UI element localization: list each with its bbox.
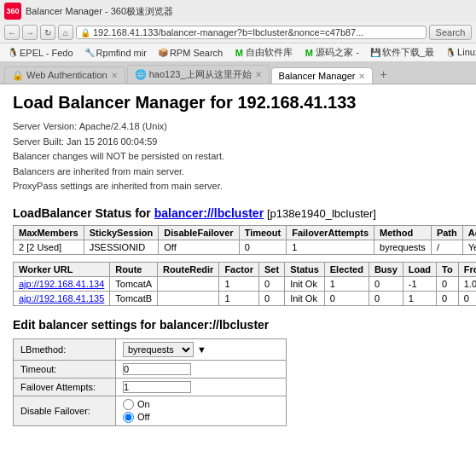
- worker-busy-1: 0: [369, 276, 403, 291]
- worker-row-1: ajp://192.168.41.134 TomcatA 1 0 Init Ok…: [14, 276, 477, 291]
- th-routeredir: RouteRedir: [158, 262, 219, 276]
- bookmark-rpmfind[interactable]: 🔧 Rpmfind mir: [81, 47, 150, 59]
- bookmark-freesoftware[interactable]: M 自由软件库: [230, 45, 296, 60]
- form-value-timeout: [116, 360, 287, 378]
- radio-off[interactable]: [123, 412, 134, 423]
- cell-stickysession: JSESSIONID: [84, 240, 159, 254]
- radio-on-item: On: [123, 399, 279, 410]
- failover-attempts-input[interactable]: [123, 381, 191, 393]
- tab-label: Balancer Manager: [279, 71, 356, 81]
- cell-timeout: 0: [239, 240, 287, 254]
- lbcluster-link[interactable]: balancer://lbcluster: [154, 206, 264, 220]
- bookmark-ruanjian[interactable]: 💾 软件下载_最: [367, 45, 438, 60]
- new-tab-button[interactable]: +: [374, 65, 392, 84]
- tab-webauth[interactable]: 🔒 Web Authentication ✕: [4, 66, 125, 84]
- tab-balancer[interactable]: Balancer Manager ✕: [271, 67, 374, 84]
- server-built: Server Built: Jan 15 2016 00:04:59: [13, 135, 463, 150]
- server-version: Server Version: Apache/2.4.18 (Unix): [13, 119, 463, 135]
- radio-on[interactable]: [123, 399, 134, 410]
- address-text: 192.168.41.133/balancer-manager?b=lbclus…: [93, 27, 363, 38]
- th-maxmembers: MaxMembers: [14, 225, 84, 240]
- form-row-failover-attempts: Failover Attempts:: [14, 378, 287, 396]
- dropdown-arrow: ▼: [197, 344, 206, 355]
- radio-on-label: On: [137, 399, 150, 409]
- tab-hao123[interactable]: 🌐 hao123_上网从这里开始 ✕: [127, 65, 270, 84]
- tab-close-hao123[interactable]: ✕: [255, 70, 262, 79]
- bookmarks-bar: 🐧 EPEL - Fedo 🔧 Rpmfind mir 📦 RPM Search…: [0, 43, 476, 62]
- worker-from-1: 1.0K: [458, 276, 476, 291]
- worker-to-1: 0: [437, 276, 459, 291]
- lbmethod-select[interactable]: byrequests bytraffic bybusyness: [123, 342, 194, 357]
- worker-from-2: 0: [458, 291, 476, 305]
- refresh-button[interactable]: ↻: [40, 25, 55, 40]
- bracket-text: [p138e1940_lbcluster]: [267, 207, 376, 220]
- status-section: LoadBalancer Status for balancer://lbclu…: [13, 206, 463, 306]
- nav-bar: ← → ↻ ⌂ 🔒 192.168.41.133/balancer-manage…: [0, 22, 476, 43]
- worker-link-1[interactable]: ajp://192.168.41.134: [19, 279, 104, 289]
- tab-close-balancer[interactable]: ✕: [358, 72, 365, 81]
- cell-disablefailover: Off: [159, 240, 239, 254]
- timeout-input[interactable]: [123, 363, 191, 375]
- th-stickysession: StickySession: [84, 225, 159, 240]
- worker-url-1[interactable]: ajp://192.168.41.134: [14, 276, 110, 291]
- page-title: Load Balancer Manager for 192.168.41.133: [13, 93, 463, 113]
- address-bar[interactable]: 🔒 192.168.41.133/balancer-manager?b=lbcl…: [76, 26, 427, 39]
- worker-set-2: 0: [259, 291, 285, 305]
- form-row-disable-failover: Disable Failover: On Off: [14, 396, 287, 425]
- yuanma-icon: M: [304, 48, 314, 58]
- th-workerurl: Worker URL: [14, 262, 110, 276]
- edit-title: Edit balancer settings for balancer://lb…: [13, 318, 463, 332]
- form-label-failover-attempts: Failover Attempts:: [14, 378, 116, 396]
- lbmethod-select-group: byrequests bytraffic bybusyness ▼: [123, 342, 206, 357]
- ruanjian-icon: 💾: [370, 48, 380, 58]
- bookmark-rpmsearch[interactable]: 📦 RPM Search: [154, 47, 226, 59]
- th-disablefailover: DisableFailover: [159, 225, 239, 240]
- form-value-lbmethod: byrequests bytraffic bybusyness ▼: [116, 338, 287, 360]
- linux-icon: 🐧: [445, 48, 456, 58]
- forward-button[interactable]: →: [22, 25, 38, 40]
- browser-logo: 360: [4, 3, 21, 20]
- bookmark-label: RPM Search: [170, 48, 223, 58]
- form-label-lbmethod: LBmethod:: [14, 338, 116, 360]
- bookmark-linux[interactable]: 🐧 Linux运维星: [442, 45, 476, 60]
- disable-failover-radio-group: On Off: [123, 399, 279, 423]
- worker-row-2: ajp://192.168.41.135 TomcatB 1 0 Init Ok…: [14, 291, 477, 305]
- status-table: MaxMembers StickySession DisableFailover…: [13, 225, 476, 255]
- title-bar: 360 Balancer Manager - 360极速浏览器: [0, 0, 476, 22]
- tab-label: 🌐 hao123_上网从这里开始: [135, 68, 252, 81]
- free-icon: M: [234, 48, 244, 58]
- worker-set-1: 0: [259, 276, 285, 291]
- form-value-failover-attempts: [116, 378, 287, 396]
- bookmark-yuanmazhi[interactable]: M 源码之家 -: [300, 45, 363, 60]
- search-button[interactable]: Search: [429, 25, 472, 40]
- worker-factor-2: 1: [219, 291, 259, 305]
- cell-method: byrequests: [374, 240, 432, 254]
- back-button[interactable]: ←: [4, 25, 20, 40]
- bookmark-label: EPEL - Fedo: [20, 48, 73, 58]
- th-status: Status: [285, 262, 325, 276]
- epel-icon: 🐧: [8, 48, 18, 58]
- worker-link-2[interactable]: ajp://192.168.41.135: [19, 293, 104, 303]
- worker-routeredir-2: [158, 291, 219, 305]
- th-route: Route: [110, 262, 158, 276]
- worker-url-2[interactable]: ajp://192.168.41.135: [14, 291, 110, 305]
- rpmfind-icon: 🔧: [84, 48, 95, 58]
- th-active: Active: [462, 225, 476, 240]
- edit-form-table: LBmethod: byrequests bytraffic bybusynes…: [13, 338, 287, 426]
- bookmark-epel[interactable]: 🐧 EPEL - Fedo: [4, 47, 77, 59]
- bookmark-label: 源码之家 -: [316, 46, 359, 59]
- worker-table: Worker URL Route RouteRedir Factor Set S…: [13, 262, 476, 306]
- home-button[interactable]: ⌂: [58, 25, 73, 40]
- form-label-disable-failover: Disable Failover:: [14, 396, 116, 425]
- th-load: Load: [403, 262, 436, 276]
- th-busy: Busy: [369, 262, 403, 276]
- server-info: Server Version: Apache/2.4.18 (Unix) Ser…: [13, 119, 463, 194]
- bookmark-label: 软件下载_最: [382, 46, 434, 59]
- th-elected: Elected: [324, 262, 369, 276]
- worker-load-2: 1: [403, 291, 436, 305]
- worker-routeredir-1: [158, 276, 219, 291]
- status-title: LoadBalancer Status for balancer://lbclu…: [13, 206, 463, 220]
- form-row-lbmethod: LBmethod: byrequests bytraffic bybusynes…: [14, 338, 287, 360]
- tab-close-webauth[interactable]: ✕: [111, 71, 118, 80]
- th-to: To: [437, 262, 459, 276]
